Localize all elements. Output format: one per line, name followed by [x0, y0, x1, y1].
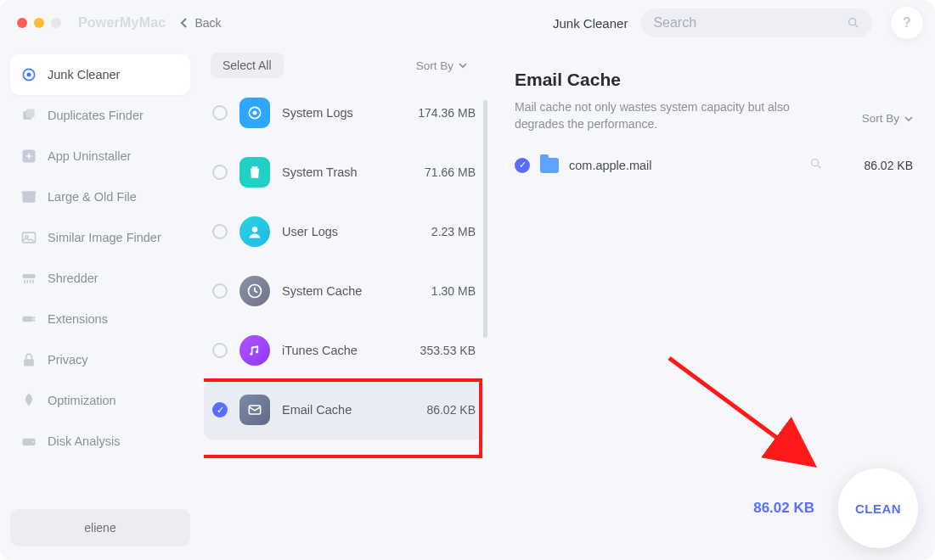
row-size: 1.30 MB	[431, 284, 476, 298]
item-name: com.apple.mail	[569, 159, 652, 172]
item-checkbox[interactable]	[515, 158, 530, 173]
sidebar-item-label: Optimization	[48, 394, 116, 407]
target-icon	[20, 66, 37, 83]
select-all-button[interactable]: Select All	[211, 53, 284, 78]
sidebar-item-label: Duplicates Finder	[48, 109, 144, 122]
row-name: System Logs	[282, 106, 353, 120]
sidebar-item-privacy[interactable]: Privacy	[10, 339, 190, 380]
mail-icon	[239, 395, 270, 425]
maximize-window-button[interactable]	[51, 18, 61, 28]
row-name: Email Cache	[282, 403, 352, 417]
detail-title: Email Cache	[515, 70, 913, 90]
logs-icon	[239, 98, 270, 128]
row-checkbox[interactable]	[212, 224, 228, 239]
music-icon	[239, 335, 270, 366]
archive-icon	[20, 188, 37, 205]
scrollbar[interactable]	[483, 100, 487, 338]
sidebar-item-label: Disk Analysis	[48, 434, 120, 448]
svg-rect-7	[22, 191, 37, 193]
chevron-down-icon	[904, 115, 913, 123]
row-size: 71.66 MB	[425, 165, 476, 179]
row-name: iTunes Cache	[282, 344, 358, 357]
row-checkbox[interactable]	[212, 105, 228, 120]
back-label: Back	[194, 16, 221, 30]
category-panel: Select All Sort By System Logs 174.36 MB	[200, 46, 493, 560]
svg-rect-4	[26, 109, 35, 118]
svg-point-17	[252, 227, 258, 232]
sort-by-dropdown[interactable]: Sort By	[416, 59, 482, 72]
chevron-left-icon	[179, 18, 189, 28]
row-size: 174.36 MB	[418, 106, 476, 120]
user-account-button[interactable]: eliene	[10, 509, 190, 546]
svg-rect-6	[23, 193, 36, 203]
row-name: System Cache	[282, 284, 362, 298]
row-name: User Logs	[282, 225, 338, 238]
help-button[interactable]: ?	[891, 7, 923, 39]
row-checkbox[interactable]	[212, 402, 228, 417]
sidebar: Junk Cleaner Duplicates Finder App Unins…	[0, 46, 200, 560]
row-checkbox[interactable]	[212, 343, 228, 358]
row-checkbox[interactable]	[212, 165, 228, 180]
row-checkbox[interactable]	[212, 283, 228, 299]
category-row-email-cache[interactable]: Email Cache 86.02 KB	[204, 380, 484, 440]
detail-panel: Email Cache Mail cache not only wastes s…	[493, 46, 935, 560]
sidebar-item-extensions[interactable]: Extensions	[10, 299, 190, 339]
sidebar-item-label: Junk Cleaner	[48, 68, 120, 81]
annotation-arrow	[662, 351, 832, 487]
sidebar-item-label: Extensions	[48, 312, 108, 326]
row-size: 86.02 KB	[426, 403, 476, 417]
sidebar-item-label: Large & Old File	[48, 190, 137, 204]
disk-icon	[20, 433, 37, 450]
sidebar-item-optimization[interactable]: Optimization	[10, 380, 190, 421]
sidebar-item-label: App Uninstaller	[48, 149, 131, 163]
detail-description: Mail cache not only wastes system capaci…	[515, 98, 820, 133]
row-name: System Trash	[282, 165, 358, 179]
back-button[interactable]: Back	[171, 9, 229, 36]
category-row-itunes-cache[interactable]: iTunes Cache 353.53 KB	[204, 321, 484, 380]
minimize-window-button[interactable]	[34, 18, 44, 28]
svg-rect-12	[24, 359, 34, 366]
sidebar-item-label: Privacy	[48, 353, 88, 367]
image-icon	[20, 229, 37, 246]
plugin-icon	[20, 311, 37, 328]
detail-sort-by-dropdown[interactable]: Sort By	[862, 112, 913, 125]
app-title: PowerMyMac	[78, 15, 166, 31]
user-logs-icon	[239, 216, 270, 247]
shredder-icon	[20, 270, 37, 287]
svg-point-20	[812, 159, 819, 165]
svg-point-2	[27, 73, 31, 77]
category-row-system-trash[interactable]: System Trash 71.66 MB	[204, 143, 484, 202]
search-icon	[847, 16, 860, 30]
reveal-icon[interactable]	[809, 157, 823, 174]
svg-rect-11	[23, 316, 33, 322]
search-input[interactable]: Search	[641, 8, 872, 37]
close-window-button[interactable]	[17, 18, 27, 28]
svg-point-14	[32, 441, 34, 443]
sidebar-item-duplicates[interactable]: Duplicates Finder	[10, 95, 190, 136]
clean-button[interactable]: CLEAN	[838, 468, 918, 548]
svg-point-16	[253, 111, 257, 115]
search-placeholder: Search	[653, 15, 696, 31]
sidebar-item-disk-analysis[interactable]: Disk Analysis	[10, 421, 190, 462]
trash-icon	[239, 157, 270, 188]
svg-rect-10	[23, 274, 36, 278]
cache-icon	[239, 276, 270, 306]
sidebar-item-label: Similar Image Finder	[48, 231, 161, 244]
total-size: 86.02 KB	[753, 500, 814, 517]
svg-point-0	[849, 19, 856, 25]
header-breadcrumb: Junk Cleaner	[553, 16, 628, 31]
copies-icon	[20, 107, 37, 124]
svg-line-21	[669, 358, 807, 460]
category-row-system-logs[interactable]: System Logs 174.36 MB	[204, 83, 484, 143]
sidebar-item-large-old[interactable]: Large & Old File	[10, 176, 190, 217]
sidebar-item-uninstaller[interactable]: App Uninstaller	[10, 136, 190, 176]
folder-icon	[540, 158, 559, 173]
detail-item[interactable]: com.apple.mail 86.02 KB	[515, 157, 913, 174]
sidebar-item-shredder[interactable]: Shredder	[10, 258, 190, 299]
window-controls	[8, 18, 61, 28]
category-row-system-cache[interactable]: System Cache 1.30 MB	[204, 261, 484, 321]
sidebar-item-junk-cleaner[interactable]: Junk Cleaner	[10, 54, 190, 95]
rocket-icon	[20, 392, 37, 409]
category-row-user-logs[interactable]: User Logs 2.23 MB	[204, 202, 484, 261]
sidebar-item-similar-image[interactable]: Similar Image Finder	[10, 217, 190, 258]
